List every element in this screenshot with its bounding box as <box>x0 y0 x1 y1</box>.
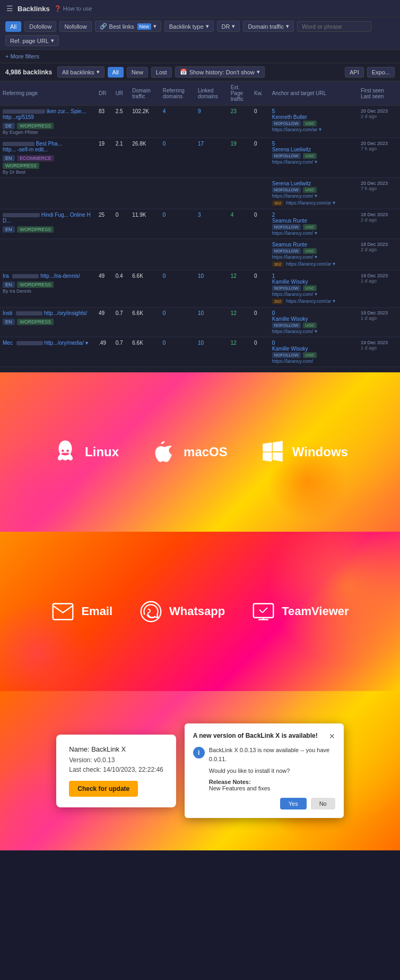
new-badge: New <box>137 23 151 30</box>
domain-traffic-value: 6.6K <box>129 337 160 367</box>
col-referring-page[interactable]: Referring page <box>0 81 96 106</box>
col-referring-domains[interactable]: Referringdomains <box>160 81 195 106</box>
info-icon: i <box>193 747 205 759</box>
linked-domains-value: 3 <box>195 209 228 239</box>
col-anchor-url[interactable]: Anchor and target URL <box>269 81 358 106</box>
kw-value: 0 <box>251 270 269 308</box>
col-domain-traffic[interactable]: Domaintraffic <box>129 81 160 106</box>
col-ur[interactable]: UR <box>113 81 130 106</box>
ur-value: 0.7 <box>113 337 130 367</box>
domain-traffic-value: 11.9K <box>129 209 160 239</box>
col-kw[interactable]: Kw. <box>251 81 269 106</box>
redirect-url-link[interactable]: https://larancy.com/ar <box>286 200 331 206</box>
search-input[interactable] <box>297 21 371 32</box>
anchor-link[interactable]: Serena Lueilwitz <box>272 181 311 186</box>
svg-rect-2 <box>254 603 274 617</box>
filter-dofollow-btn[interactable]: Dofollow <box>24 21 56 32</box>
redirect-url-link[interactable]: https://larancy.com/ar <box>286 261 331 267</box>
svg-rect-0 <box>53 603 73 619</box>
menu-icon[interactable]: ☰ <box>6 4 13 13</box>
how-to-use-link[interactable]: ❓ How to use <box>54 5 92 12</box>
dialog-release-notes: Release Notes: New Features and fixes <box>209 779 335 791</box>
kw-value: 0 <box>251 308 269 337</box>
anchor-link[interactable]: Kamille Wisoky <box>272 346 308 352</box>
ext-traffic-value: 23 <box>228 106 251 138</box>
ugc-badge: UGC <box>303 352 317 358</box>
chevron-down-icon: ▾ <box>97 69 100 75</box>
backlink-type-dropdown[interactable]: Backlink type ▾ <box>164 21 214 32</box>
chevron-down-icon: ▾ <box>286 23 289 30</box>
date-cell: 19 Dec 2023 1 d ago <box>358 337 400 367</box>
ur-value: 2.1 <box>113 138 130 178</box>
referring-page-cell: Hindi Fug... Online HD... EN WORDPRESS <box>0 209 96 239</box>
best-links-dropdown[interactable]: 🔗 Best links New ▾ <box>95 21 161 32</box>
dialog-yes-button[interactable]: Yes <box>280 798 307 809</box>
email-label: Email <box>81 604 112 618</box>
comm-content: Email Whatsapp TeamViewer <box>51 600 349 624</box>
nofollow-badge: NOFOLLOW <box>272 352 301 358</box>
dialog-header: A new version of BackLink X is available… <box>193 732 335 740</box>
platform-windows[interactable]: Windows <box>259 439 348 465</box>
ref-page-url-dropdown[interactable]: Ref. page URL ▾ <box>5 35 59 46</box>
referring-page-cell: Best Pha...http... -self-m edit... EN EC… <box>0 138 96 178</box>
redirect-badge: 302 <box>272 299 283 304</box>
comm-teamviewer[interactable]: TeamViewer <box>251 600 349 624</box>
ext-traffic-value: 12 <box>228 270 251 308</box>
page-link[interactable]: http.../ory/media/ ▾ <box>44 340 88 346</box>
referring-page-cell: iken zur... Spie...http...rg/5159 DE WOR… <box>0 106 96 138</box>
col-linked-domains[interactable]: Linkeddomains <box>195 81 228 106</box>
linux-icon <box>52 439 79 465</box>
col-dates[interactable]: First seenLast seen <box>358 81 400 106</box>
whatsapp-icon <box>139 600 163 624</box>
anchor-link[interactable]: Kenneth Butler <box>272 114 307 120</box>
platforms-section: Linux macOS Windows <box>0 372 400 532</box>
comm-whatsapp[interactable]: Whatsapp <box>139 600 225 624</box>
col-ext-traffic[interactable]: Ext.Pagetraffic <box>228 81 251 106</box>
anchor-url-link[interactable]: https://larancy.com/ <box>272 159 313 165</box>
anchor-url-link[interactable]: https://larancy.com/ <box>272 193 313 199</box>
dr-dropdown[interactable]: DR ▾ <box>217 21 240 32</box>
more-filters-btn[interactable]: + More filters <box>0 50 400 63</box>
col-dr[interactable]: DR <box>96 81 113 106</box>
dialog-message: BackLink X 0.0.13 is now available -- yo… <box>209 746 335 776</box>
tag-lang: EN <box>3 282 15 288</box>
platform-macos[interactable]: macOS <box>151 439 228 465</box>
filter-all-btn[interactable]: All <box>5 21 21 32</box>
empty-cell <box>0 178 269 209</box>
anchor-link[interactable]: Kamille Wisoky <box>272 316 308 322</box>
platform-linux[interactable]: Linux <box>52 439 119 465</box>
tab-all[interactable]: All <box>108 67 124 78</box>
dialog-no-button[interactable]: No <box>311 798 335 809</box>
anchor-link[interactable]: Seamus Runte <box>272 218 307 224</box>
tag-lang: DE <box>3 123 15 129</box>
tab-lost[interactable]: Lost <box>151 67 172 78</box>
anchor-link[interactable]: Serena Lueilwitz <box>272 147 311 152</box>
all-backlinks-dropdown[interactable]: All backlinks ▾ <box>57 66 105 78</box>
tag-wordpress: WORDPRESS <box>3 163 39 169</box>
api-btn[interactable]: API <box>345 67 364 78</box>
tab-new[interactable]: New <box>127 67 148 78</box>
export-btn[interactable]: Expo... <box>367 67 395 78</box>
anchor-url-link[interactable]: https://larancy.com/ <box>272 254 313 260</box>
empty-cell <box>0 239 269 270</box>
anchor-url-link[interactable]: https://larancy.com/ <box>272 231 313 236</box>
show-history-btn[interactable]: 📅 Show history: Don't show ▾ <box>175 66 265 78</box>
anchor-url-link[interactable]: https://larancy.com/ <box>272 292 313 297</box>
anchor-link[interactable]: Seamus Runte <box>272 242 307 248</box>
redirect-url-link[interactable]: https://larancy.com/ar <box>286 299 331 304</box>
comm-email[interactable]: Email <box>51 600 112 624</box>
dialog-close-button[interactable]: ✕ <box>329 732 335 740</box>
anchor-link[interactable]: Kamille Wisoky <box>272 279 308 285</box>
domain-traffic-dropdown[interactable]: Domain traffic ▾ <box>243 21 294 32</box>
ugc-badge: UGC <box>303 121 317 126</box>
anchor-url-link[interactable]: https://larancy.com/ar <box>272 127 317 132</box>
check-update-button[interactable]: Check for update <box>69 781 138 797</box>
anchor-url-link[interactable]: https://larancy.com/ <box>272 359 313 364</box>
page-link[interactable]: http.../ory/insights/ <box>44 310 87 316</box>
by-text: By Eugen Pfister <box>3 130 38 135</box>
question-icon: ❓ <box>54 5 62 12</box>
anchor-url-link[interactable]: https://larancy.com/ <box>272 329 313 334</box>
filter-nofollow-btn[interactable]: Nofollow <box>59 21 91 32</box>
page-link[interactable]: http.../ira-dennis/ <box>40 273 80 279</box>
ugc-badge: UGC <box>303 248 317 254</box>
